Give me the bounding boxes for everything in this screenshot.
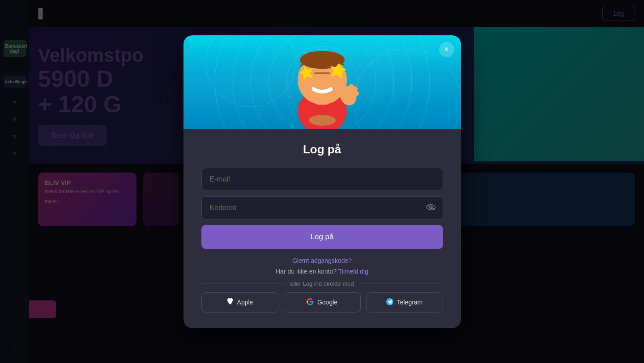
google-button-label: Google [317, 299, 337, 306]
divider-left [201, 283, 285, 284]
email-input[interactable] [201, 168, 443, 191]
social-login-buttons: Apple Google [201, 292, 443, 312]
forgot-password-link[interactable]: Glemt adgangskode? [201, 257, 443, 264]
modal-overlay: × Log på Log [0, 0, 644, 363]
telegram-button-label: Telegram [397, 299, 423, 306]
svg-rect-13 [314, 72, 330, 74]
password-input[interactable] [201, 196, 443, 219]
modal-close-button[interactable]: × [439, 42, 454, 57]
login-submit-button[interactable]: Log på [201, 225, 443, 249]
register-text: Har du ikke en konto? Tilmeld dig [201, 268, 443, 275]
apple-login-button[interactable]: Apple [201, 292, 278, 312]
character-illustration [282, 35, 363, 129]
svg-point-6 [354, 49, 461, 129]
divider: eller Log ind direkte med [201, 280, 443, 287]
telegram-icon [386, 298, 393, 307]
google-login-button[interactable]: Google [284, 292, 361, 312]
toggle-password-icon[interactable] [426, 203, 436, 212]
apple-icon [226, 298, 234, 307]
google-icon [307, 298, 314, 307]
modal-header: × [183, 35, 461, 129]
divider-right [359, 283, 443, 284]
modal-body: Log på Log på Glemt [183, 129, 461, 328]
password-wrapper [201, 196, 443, 219]
telegram-login-button[interactable]: Telegram [366, 292, 443, 312]
modal-title: Log på [201, 143, 443, 156]
login-modal: × Log på Log [183, 35, 461, 328]
divider-text: eller Log ind direkte med [290, 280, 354, 287]
register-link[interactable]: Tilmeld dig [338, 268, 368, 275]
apple-button-label: Apple [237, 299, 253, 306]
svg-point-18 [309, 115, 336, 126]
svg-point-17 [354, 91, 359, 96]
